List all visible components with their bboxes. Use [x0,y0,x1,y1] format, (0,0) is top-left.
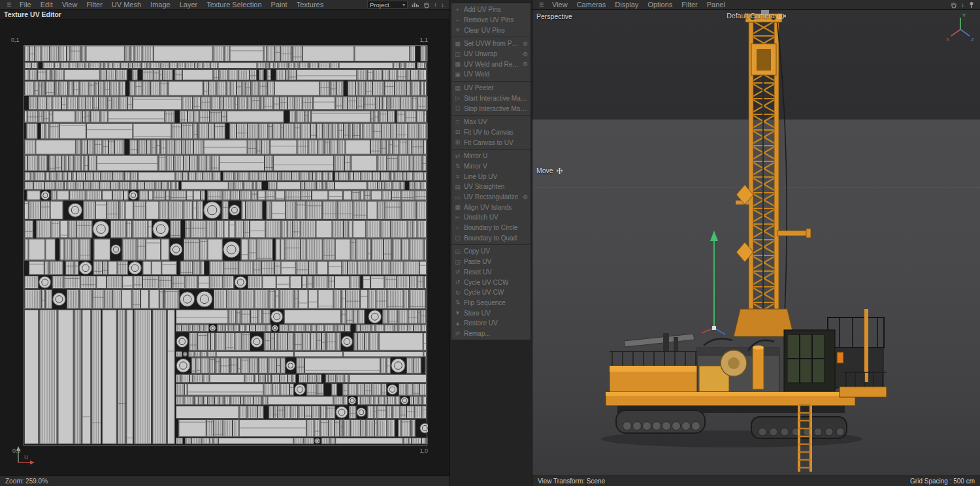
uv-menu-item[interactable]: ✂ Unstitch UV ⚙ [451,212,531,223]
uv-menu-item[interactable]: ▭ UV Rectangularize ⚙ [451,192,531,202]
viewport-name-label[interactable]: Perspective [536,12,572,20]
move-gizmo[interactable] [702,231,725,334]
camera-name: Default Camera [727,12,775,20]
uv-menu-item[interactable]: ⇄ Mirror U ⚙ [451,149,531,161]
uv-menu-item-label: Boundary to Quad [464,235,517,242]
uv-menu-item-icon: ○ [454,225,461,231]
gear-icon[interactable]: ⚙ [523,40,528,47]
uv-canvas[interactable] [23,44,428,447]
uv-menu-item[interactable]: □ Max UV ⚙ [451,115,531,127]
move-tool-icon [556,167,563,174]
viewport-3d[interactable]: Y X Z Perspective Default Camera Move [532,10,980,476]
uv-menu-item-label: Remap... [464,330,491,337]
pin-icon[interactable] [968,1,975,8]
uv-menu-item-icon: ▤ [454,184,461,190]
menu-item[interactable]: Textures [292,0,329,9]
uv-menu-item[interactable]: ○ Boundary to Circle ⚙ [451,223,531,233]
uv-menu-item-icon: ▷ [454,95,461,101]
uv-menu-item[interactable]: ⇅ Mirror V ⚙ [451,161,531,172]
menu-item[interactable]: File [15,0,36,9]
uv-menu-item[interactable]: ◻ Stop Interactive Mapping ⚙ [451,103,531,114]
uv-menu-item-icon: ▤ [454,85,461,91]
uv-menu-item[interactable]: ▢ Boundary to Quad ⚙ [451,233,531,243]
menu-item[interactable]: Edit [36,0,57,9]
menu-item[interactable]: Layer [175,0,203,9]
hamburger-menu-icon[interactable]: ≡ [535,0,547,9]
uv-menu-item[interactable]: ▦ Align UV Islands ⚙ [451,202,531,212]
uv-coord-top-left: 0,1 [11,37,20,43]
uv-menu-item-label: Clear UV Pins [464,27,505,34]
pan-hand-icon[interactable] [423,1,430,8]
uv-menu-item[interactable]: ⊡ Fit UV to Canvas ⚙ [451,127,531,138]
hamburger-menu-icon[interactable]: ≡ [3,0,15,9]
uv-menu-item[interactable]: − Remove UV Pins ⚙ [451,15,531,25]
uv-menu-item[interactable]: ◱ Copy UV ⚙ [451,244,531,257]
uv-menu-item-label: Line Up UV [464,173,497,180]
menu-item[interactable]: View [57,0,82,9]
uv-commands-menu: + Add UV Pins ⚙ − Remove UV Pins ⚙ ✕ Cle… [451,3,531,340]
uv-menu-item[interactable]: ▼ Store UV ⚙ [451,308,531,318]
uv-menu-item[interactable]: ▤ UV Peeler ⚙ [451,81,531,93]
camera-selector[interactable]: Default Camera [727,12,786,20]
menu-item[interactable]: Cameras [572,0,611,9]
uv-menu-item[interactable]: ◲ Paste UV ⚙ [451,257,531,267]
project-dropdown[interactable]: Project ▾ [367,1,408,8]
uv-menu-item[interactable]: ✕ Clear UV Pins ⚙ [451,25,531,35]
uv-menu-item-icon: ◲ [454,259,461,265]
uv-menu-item-label: Store UV [464,310,491,317]
drill-rig-model[interactable] [601,10,887,472]
menu-item[interactable]: Image [146,0,175,9]
uv-menu-item-icon: ↻ [454,289,461,296]
uv-menu-item-icon: − [454,17,461,24]
uv-menu-item-label: Cycle UV CW [464,289,504,296]
uv-menu-item-icon: □ [454,119,461,125]
menu-item[interactable]: Filter [82,0,106,9]
uv-commands-column: + Add UV Pins ⚙ − Remove UV Pins ⚙ ✕ Cle… [449,0,532,486]
pan-hand-icon[interactable] [950,1,957,8]
uv-menu-item-icon: ◻ [454,105,461,112]
uv-menu-item[interactable]: ◫ UV Unwrap ⚙ [451,49,531,59]
uv-menu-item-label: UV Straighten [464,183,504,190]
axis-x-label: X [946,37,950,42]
uv-menu-item-label: UV Peeler [464,84,494,91]
uv-menu-item-label: Mirror V [464,163,487,170]
uv-menu-item[interactable]: ▲ Restore UV ⚙ [451,318,531,329]
uv-menu-item-label: Remove UV Pins [464,16,514,24]
gear-icon[interactable]: ⚙ [523,61,528,67]
uv-menu-item[interactable]: ▦ Set UVW from Projection ⚙ [451,37,531,49]
zoom-level: Zoom: 259.0% [5,478,48,485]
uv-menu-item[interactable]: ↺ Reset UV ⚙ [451,267,531,278]
menu-item[interactable]: Options [643,0,677,9]
uv-menu-item[interactable]: ▣ UV Weld ⚙ [451,69,531,80]
uv-menu-item[interactable]: ↺ Cycle UV CCW ⚙ [451,277,531,287]
uv-menu-item[interactable]: ⇅ Flip Sequence ⚙ [451,298,531,308]
uv-menu-item[interactable]: ▩ UV Weld and Relax ⚙ [451,59,531,69]
uv-menu-item-label: Mirror U [464,152,487,159]
arrow-down-icon[interactable]: ↓ [441,1,444,8]
menu-item[interactable]: Display [610,0,643,9]
arrow-down-icon[interactable]: ↓ [961,1,964,8]
uv-menu-item[interactable]: ▷ Start Interactive Mapping ⚙ [451,93,531,104]
camera-icon [777,13,786,19]
menu-item[interactable]: Paint [267,0,292,9]
menu-item[interactable]: Filter [677,0,702,9]
uv-menu-item[interactable]: ⇌ Remap... ⚙ [451,329,531,339]
uv-menu-item[interactable]: ▤ UV Straighten ⚙ [451,182,531,192]
uv-menu-item-label: Max UV [464,118,487,125]
histogram-icon[interactable] [412,1,419,8]
arrow-up-icon[interactable]: ↑ [434,1,437,8]
uv-menu-item[interactable]: ⊞ Fit Canvas to UV ⚙ [451,137,531,148]
menu-item[interactable]: Texture Selection [202,0,266,9]
menu-item[interactable]: UV Mesh [107,0,146,9]
uv-menu-item-icon: ▦ [454,40,461,47]
uv-menu-item[interactable]: + Add UV Pins ⚙ [451,5,531,15]
menu-item[interactable]: Panel [702,0,730,9]
uv-menu-item[interactable]: ≡ Line Up UV ⚙ [451,171,531,182]
uv-menu-item[interactable]: ↻ Cycle UV CW ⚙ [451,287,531,298]
menu-item[interactable]: View [547,0,572,9]
gear-icon[interactable]: ⚙ [523,194,528,201]
gear-icon[interactable]: ⚙ [523,51,528,57]
tool-name: Move [536,167,553,174]
uv-editor-statusbar: Zoom: 259.0% [0,476,449,486]
uv-menu-item-icon: ▢ [454,235,461,241]
